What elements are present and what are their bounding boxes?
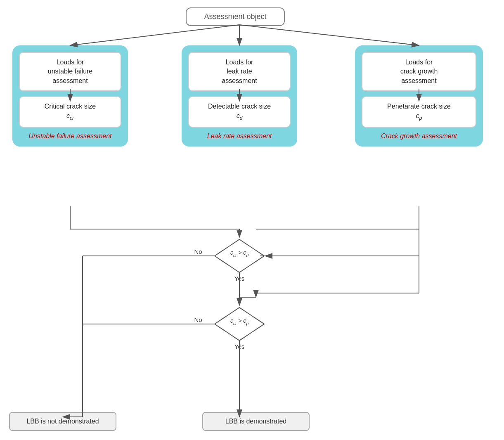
diagram: Assessment object Loads forunstable fail… <box>0 0 504 440</box>
panel-leak-rate: Loads forleak rateassessment Detectable … <box>182 45 297 147</box>
arrow-to-right-panel <box>239 25 419 45</box>
panel-crack-growth: Loads forcrack growthassessment Penetara… <box>355 45 483 147</box>
diamond2-yes-label: Yes <box>234 343 244 350</box>
panel-unstable-failure: Loads forunstable failureassessment Crit… <box>12 45 128 147</box>
diamond2-text: ccr > cp <box>230 317 248 326</box>
lbb-demonstrated-label: LBB is demonstrated <box>225 418 287 425</box>
lbb-not-demonstrated-box: LBB is not demonstrated <box>9 412 116 431</box>
lbb-demonstrated-box: LBB is demonstrated <box>202 412 310 431</box>
diamond2-no-label: No <box>194 316 202 323</box>
assessment-object-label: Assessment object <box>204 12 266 21</box>
loads-unstable-box: Loads forunstable failureassessment <box>19 52 121 91</box>
diamond1-no-label: No <box>194 248 202 255</box>
arrow-to-left-panel <box>70 25 239 45</box>
diamond-1 <box>215 239 264 272</box>
assessment-object-box: Assessment object <box>186 7 285 26</box>
lbb-not-demonstrated-label: LBB is not demonstrated <box>26 418 99 425</box>
diamond-2 <box>215 308 264 341</box>
diamond1-text: ccr > cd <box>230 249 248 258</box>
loads-leak-rate-box: Loads forleak rateassessment <box>188 52 291 91</box>
leak-rate-label: Leak rate assessment <box>188 132 291 140</box>
crack-growth-label: Crack growth assessment <box>362 132 476 140</box>
loads-crack-growth-box: Loads forcrack growthassessment <box>362 52 476 91</box>
diamond1-yes-label: Yes <box>234 275 244 282</box>
detectable-crack-size-box: Detectable crack size cd <box>188 96 291 127</box>
unstable-failure-label: Unstable failure assessment <box>19 132 121 140</box>
critical-crack-size-box: Critical crack size ccr <box>19 96 121 127</box>
penetarate-crack-size-box: Penetarate crack size cp <box>362 96 476 127</box>
